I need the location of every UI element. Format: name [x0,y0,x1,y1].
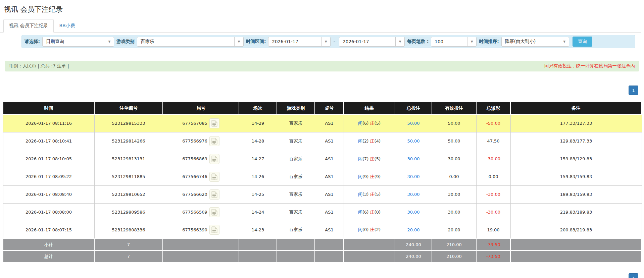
cell-remark: 219.83/189.83 [510,203,642,221]
pagination-page-1[interactable]: 1 [629,86,638,95]
cell-total-bet: 30.00 [395,150,432,168]
page-size-select[interactable]: 100 ▼ [431,37,477,47]
round-number: 677567085 [182,121,207,126]
banker-label: 庄 [370,121,375,126]
total-bet-link[interactable]: 30.00 [407,156,419,161]
total-bet-link[interactable]: 30.00 [407,192,419,197]
date-range-separator: ~ [333,39,337,44]
query-button[interactable]: 查询 [573,37,592,47]
cell-bet-no: 523129814266 [94,132,163,150]
cell-round-no: 677566976 [163,132,239,150]
video-file-icon [211,138,217,145]
footer-label: 小计 [3,239,94,251]
cell-round-no: 677566390 [163,221,239,239]
player-label: 闲 [358,138,362,144]
video-replay-button[interactable] [209,207,219,217]
cell-payout: 47.50 [476,132,510,150]
chevron-down-icon: ▼ [560,37,569,46]
video-replay-button[interactable] [209,154,219,164]
cell-payout: -30.00 [476,185,510,203]
total-bet-link[interactable]: 30.00 [407,174,419,179]
cell-valid-bet: 30.00 [432,203,476,221]
footer-empty [163,251,239,262]
cell-valid-bet: 0.00 [432,168,476,185]
banker-label: 庄 [370,156,375,161]
total-bet-link[interactable]: 50.00 [407,121,419,126]
summary-currency-count: 币别：人民币 | 总共 :7 注单 | [9,63,69,69]
round-number: 677566390 [182,227,207,232]
cell-table-no: AS1 [315,150,344,168]
cell-bet-no: 523129809586 [94,203,163,221]
query-type-select[interactable]: 日期查询 ▼ [42,37,114,47]
video-replay-button[interactable] [209,136,219,146]
total-row: 总计7240.00210.00-73.50 [3,251,642,262]
cell-total-bet: 50.00 [395,114,432,132]
banker-label: 庄 [370,210,375,215]
cell-valid-bet: 30.00 [432,185,476,203]
column-header-8: 有效投注 [432,102,476,114]
round-number: 677566976 [182,138,207,144]
footer-count: 7 [94,251,163,262]
game-type-select[interactable]: 百家乐 ▼ [137,37,244,47]
cell-payout: -30.00 [476,203,510,221]
cell-result: 闲(2) 庄(4) [344,132,395,150]
video-replay-button[interactable] [209,189,219,200]
cell-payout: 0.00 [476,168,510,185]
pagination-page-1[interactable]: 1 [629,273,638,278]
table-row: 2026-01-17 08:08:40523129810652677566620… [3,185,642,203]
cell-valid-bet: 20.00 [432,221,476,239]
cell-remark: 177.33/127.33 [510,114,642,132]
table-row: 2026-01-17 08:08:00523129809586677566509… [3,203,642,221]
summary-bar: 币别：人民币 | 总共 :7 注单 | 同局有效投注，统一计算在该局第一张注单内 [5,61,639,71]
player-label: 闲 [358,121,362,126]
video-replay-button[interactable] [209,225,219,235]
player-label: 闲 [358,192,362,197]
video-file-icon [211,156,217,162]
cell-time: 2026-01-17 08:10:05 [3,150,94,168]
column-header-1: 注单编号 [94,102,163,114]
cell-round-no: 677566620 [163,185,239,203]
column-header-4: 游戏类别 [277,102,315,114]
cell-time: 2026-01-17 08:09:22 [3,168,94,185]
video-file-icon [211,226,217,233]
video-replay-button[interactable] [209,118,219,128]
footer-empty [163,239,239,251]
betting-records-table: 时间注单编号局号场次游戏类别桌号结果总投注有效投注总派彩备注 2026-01-1… [3,102,642,263]
cell-game-type: 百家乐 [277,150,315,168]
cell-game-type: 百家乐 [277,221,315,239]
banker-label: 庄 [370,192,375,197]
cell-time: 2026-01-17 08:08:00 [3,203,94,221]
cell-result: 闲(6) 庄(0) [344,203,395,221]
date-to-select[interactable]: 2026-01-17 ▼ [339,37,405,47]
cell-valid-bet: 30.00 [432,150,476,168]
tab-bb-tips[interactable]: BB小费 [54,19,80,32]
cell-round-no: 677566746 [163,168,239,185]
video-replay-button[interactable] [209,172,219,182]
tab-betting-records[interactable]: 视讯 会员下注纪录 [3,19,54,33]
footer-valid-bet: 210.00 [432,239,476,251]
cell-time: 2026-01-17 08:11:16 [3,114,94,132]
time-sort-select[interactable]: 降幂(由大到小) ▼ [501,37,569,47]
cell-game-type: 百家乐 [277,168,315,185]
column-header-3: 场次 [239,102,277,114]
table-row: 2026-01-17 08:10:05523129813131677566869… [3,150,642,168]
chevron-down-icon: ▼ [395,37,404,46]
total-bet-link[interactable]: 20.00 [407,227,419,232]
player-label: 闲 [358,156,362,161]
cell-payout: -30.00 [476,150,510,168]
footer-empty [315,251,344,262]
page-title: 视讯 会员下注纪录 [4,5,644,14]
banker-label: 庄 [370,227,375,232]
banker-label: 庄 [370,138,375,144]
video-file-icon [211,191,217,198]
total-bet-link[interactable]: 30.00 [407,210,419,215]
total-bet-link[interactable]: 50.00 [407,138,419,144]
table-row: 2026-01-17 08:07:15523129808336677566390… [3,221,642,239]
footer-count: 7 [94,239,163,251]
cell-round-no: 677566509 [163,203,239,221]
cell-game-type: 百家乐 [277,132,315,150]
cell-valid-bet: 50.00 [432,132,476,150]
cell-total-bet: 20.00 [395,221,432,239]
date-from-select[interactable]: 2026-01-17 ▼ [268,37,331,47]
summary-note: 同局有效投注，统一计算在该局第一张注单内 [544,63,635,69]
